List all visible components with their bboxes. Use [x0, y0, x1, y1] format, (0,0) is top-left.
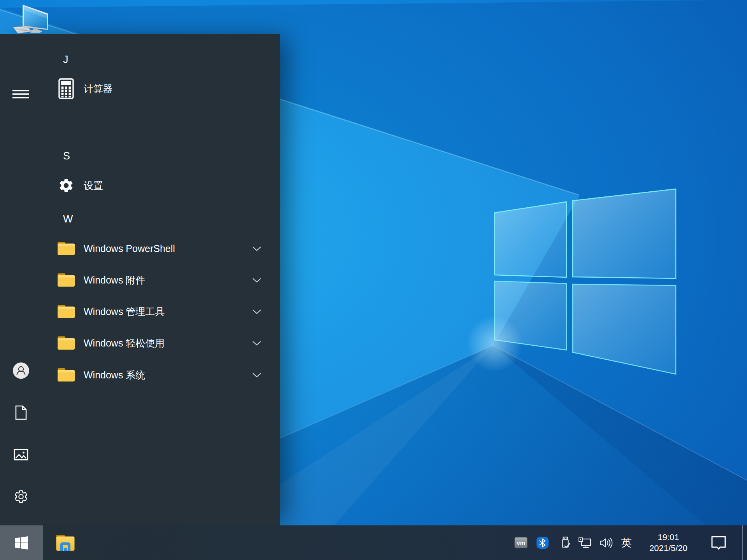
app-group-label: Windows 轻松使用 — [84, 331, 165, 355]
user-avatar-icon — [12, 362, 30, 379]
calculator-icon — [57, 77, 75, 100]
folder-icon — [57, 268, 75, 292]
start-button[interactable] — [0, 525, 43, 560]
clock-time: 19:01 — [658, 532, 679, 543]
chevron-down-icon[interactable] — [252, 300, 261, 323]
document-icon — [14, 405, 28, 420]
app-group-windows-admin-tools[interactable]: Windows 管理工具 — [0, 300, 280, 323]
app-group-windows-system[interactable]: Windows 系统 — [0, 363, 280, 387]
section-header-S[interactable]: S — [0, 144, 280, 168]
settings-gear-icon — [57, 174, 75, 197]
windows-desktop: J 计算器 S — [0, 0, 747, 560]
ime-label: 英 — [621, 536, 632, 550]
vmware-tools-tray-icon[interactable]: vm — [512, 525, 530, 560]
app-group-label: Windows 管理工具 — [84, 300, 165, 323]
rail-user-button[interactable] — [12, 361, 30, 380]
taskbar: vm — [0, 525, 747, 560]
volume-tray-icon[interactable] — [598, 525, 615, 560]
app-group-label: Windows PowerShell — [84, 237, 175, 260]
section-letter: S — [63, 144, 70, 168]
bluetooth-tray-icon[interactable] — [534, 525, 551, 560]
usb-icon — [559, 536, 572, 550]
chevron-down-icon[interactable] — [252, 331, 261, 355]
folder-icon — [57, 363, 75, 387]
folder-icon — [57, 331, 75, 355]
settings-gear-icon — [14, 489, 28, 504]
action-center-icon — [710, 535, 727, 551]
usb-safely-remove-tray-icon[interactable] — [557, 525, 574, 560]
chevron-down-icon[interactable] — [252, 237, 261, 260]
section-header-W[interactable]: W — [0, 207, 280, 231]
app-item-calculator[interactable]: 计算器 — [0, 77, 280, 100]
file-explorer-button[interactable] — [43, 525, 88, 560]
rail-pictures-button[interactable] — [12, 445, 30, 464]
chevron-down-icon[interactable] — [252, 268, 261, 292]
section-header-J[interactable]: J — [0, 48, 280, 71]
section-letter: W — [63, 207, 73, 231]
network-tray-icon[interactable] — [577, 525, 594, 560]
start-menu: J 计算器 S — [0, 34, 280, 525]
chevron-down-icon[interactable] — [252, 363, 261, 387]
volume-icon — [600, 537, 614, 549]
app-item-settings[interactable]: 设置 — [0, 174, 280, 197]
file-explorer-icon — [56, 534, 75, 551]
app-item-label: 计算器 — [84, 77, 113, 100]
folder-icon — [57, 300, 75, 323]
clock-date: 2021/5/20 — [649, 543, 687, 554]
pictures-icon — [14, 448, 28, 461]
ime-language-indicator[interactable]: 英 — [617, 525, 636, 560]
this-pc-icon[interactable] — [10, 2, 53, 35]
windows-start-icon — [15, 536, 28, 550]
action-center-button[interactable] — [707, 525, 730, 560]
network-wired-icon — [578, 537, 592, 549]
show-desktop-button[interactable] — [743, 525, 747, 560]
app-group-windows-accessories[interactable]: Windows 附件 — [0, 268, 280, 292]
app-group-label: Windows 系统 — [84, 363, 145, 387]
app-item-label: 设置 — [84, 174, 103, 197]
folder-icon — [57, 237, 75, 260]
rail-settings-button[interactable] — [12, 487, 30, 506]
rail-documents-button[interactable] — [12, 403, 30, 422]
vmware-logo: vm — [514, 537, 528, 548]
app-group-windows-powershell[interactable]: Windows PowerShell — [0, 237, 280, 260]
taskbar-clock[interactable]: 19:01 2021/5/20 — [637, 525, 700, 560]
bluetooth-icon — [537, 537, 549, 549]
section-letter: J — [63, 48, 68, 71]
app-group-label: Windows 附件 — [84, 268, 145, 292]
app-group-windows-ease-of-access[interactable]: Windows 轻松使用 — [0, 331, 280, 355]
